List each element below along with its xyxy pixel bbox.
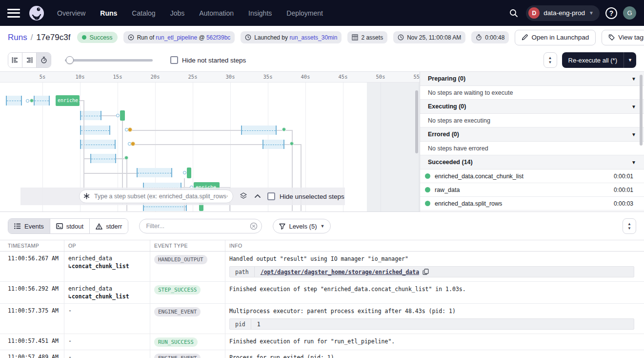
hide-unselected-checkbox[interactable] [267,192,275,200]
empty-state: No steps are executing [420,114,644,127]
step-list-item[interactable]: enriched_data.concat_chunk_list0:00:01 [420,169,644,183]
nav-item-catalog[interactable]: Catalog [132,9,155,17]
gantt-wait-box [262,140,284,149]
view-tags-config-button[interactable]: View tags and config [602,30,644,45]
open-in-launchpad-button[interactable]: Open in Launchpad [515,30,596,45]
gantt-after-run-shade [367,83,420,211]
hide-unselected-label: Hide unselected steps [280,193,344,200]
run-icon [128,34,134,41]
schedule-link[interactable]: run_assets_30min [289,34,337,41]
nav-item-insights[interactable]: Insights [248,9,272,17]
pencil-icon [522,34,528,41]
success-dot [425,187,430,192]
section-preparing[interactable]: Preparing (0)▼ [420,72,644,86]
nav-item-runs[interactable]: Runs [100,9,117,17]
gantt-wait-box [137,168,172,177]
chevron-up-icon: ▲ [548,56,552,60]
run-id: 17e79c3f [36,33,70,42]
step-list-item[interactable]: raw_data0:00:01 [420,183,644,197]
table-row[interactable]: 11:00:57.375 AM - ENGINE_EVENT Multiproc… [0,304,644,334]
event-type-badge: HANDLED_OUTPUT [154,255,207,264]
chevron-up-icon[interactable] [254,193,261,198]
table-row[interactable]: 11:00:57.489 AM - ENGINE_EVENT Process f… [0,350,644,358]
gantt-view-mode-toggle [8,52,51,68]
reexecute-dropdown-button[interactable]: ▼ [624,52,636,68]
nav-item-jobs[interactable]: Jobs [170,9,185,17]
user-avatar[interactable]: G [623,6,636,20]
chevron-down-icon: ▼ [631,132,636,137]
workspace-switcher[interactable]: D data-eng-prod ▼ [526,5,600,21]
flatten-view-button[interactable] [8,53,22,67]
zoom-slider-handle[interactable] [66,56,74,64]
hide-not-started-label: Hide not started steps [182,57,246,64]
step-subset-input[interactable] [79,190,233,203]
breadcrumb-runs-link[interactable]: Runs [8,33,27,42]
zoom-slider[interactable] [65,56,153,64]
run-of-tag[interactable]: Run of run_etl_pipeline @ 562f39bc [123,31,235,43]
gantt-step-bar[interactable] [187,168,191,178]
gantt-chart[interactable]: 5s 10s 15s 20s 25s 30s 35s 40s 45s 50s 5… [0,72,420,211]
zoom-slider-track[interactable] [65,59,153,62]
breadcrumb: Runs / 17e79c3f [8,33,70,42]
gantt-scrollbar[interactable] [415,90,418,153]
filter-input[interactable] [139,219,262,233]
log-toolbar: Events stdout stderr Levels (5) ▼ [0,212,644,240]
table-row[interactable]: 11:00:57.451 AM - RUN_SUCCESS Finished e… [0,334,644,350]
workspace-name: data-eng-prod [543,9,585,17]
gantt-wait-box [80,126,110,135]
event-type-badge: RUN_SUCCESS [154,337,198,347]
hamburger-menu-icon[interactable] [7,9,20,18]
chevron-down-icon: ▼ [589,10,594,16]
hide-not-started-checkbox[interactable] [170,56,178,64]
commit-link[interactable]: 562f39bc [206,34,230,41]
tag-icon [608,34,615,41]
clear-filter-icon[interactable] [250,222,258,230]
event-type-badge: STEP_SUCCESS [154,285,201,295]
timed-view-button[interactable] [37,53,51,67]
section-errored[interactable]: Errored (0)▼ [420,127,644,142]
section-succeeded[interactable]: Succeeded (14)▼ [420,155,644,169]
help-icon[interactable]: ? [605,7,617,19]
pipeline-link[interactable]: run_etl_pipeline [156,34,197,41]
chevron-up-icon: ▲ [627,222,631,226]
nav-item-deployment[interactable]: Deployment [286,9,323,17]
terminal-icon [56,223,63,229]
nav-item-overview[interactable]: Overview [57,9,85,17]
waterfall-view-button[interactable] [22,53,37,67]
tab-stdout[interactable]: stdout [50,219,90,233]
steps-panel: Preparing (0)▼ No steps are waiting to e… [420,72,644,211]
storage-path-link[interactable]: /opt/dagster/dagster_home/storage/enrich… [261,268,419,276]
reexecute-all-button[interactable]: Re-execute all (*) ▼ [562,52,636,68]
chevron-down-icon: ▼ [631,104,636,109]
assets-tag[interactable]: 2 assets [347,31,387,43]
layers-icon[interactable] [239,192,248,201]
filter-funnel-icon [279,223,285,230]
gantt-step-bar[interactable]: enriche. [56,95,80,106]
chevron-down-icon: ▼ [320,224,324,229]
event-log-table: TIMESTAMP OP EVENT TYPE INFO 11:00:56.26… [0,240,644,358]
gantt-toolbar: Hide not started steps ▲▼ Re-execute all… [0,49,644,72]
gantt-section: 5s 10s 15s 20s 25s 30s 35s 40s 45s 50s 5… [0,72,644,211]
copy-icon[interactable] [423,269,429,275]
start-time-tag[interactable]: Nov 25, 11:00:08 AM [393,31,465,43]
workspace-avatar: D [528,7,540,19]
gantt-step-bar[interactable] [120,110,125,121]
tab-events[interactable]: Events [8,219,50,233]
search-icon[interactable] [507,7,520,20]
levels-dropdown[interactable]: Levels (5) ▼ [273,219,331,233]
step-list-item[interactable]: enriched_data.split_rows0:00:03 [420,197,644,211]
step-selector-overlay: Hide unselected steps [20,188,345,205]
chevron-down-icon: ▼ [548,61,552,64]
panel-scrollbar[interactable] [640,75,643,146]
nav-item-automation[interactable]: Automation [199,9,234,17]
launched-by-tag[interactable]: Launched by run_assets_30min [241,31,342,43]
empty-state: No steps are waiting to execute [420,86,644,100]
expand-log-button[interactable]: ▲▼ [623,218,636,234]
assets-icon [352,34,358,41]
section-executing[interactable]: Executing (0)▼ [420,100,644,114]
duration-tag[interactable]: 0:00:48 [471,31,509,43]
table-row[interactable]: 11:00:56.292 AM enriched_data↳concat_chu… [0,282,644,304]
table-row[interactable]: 11:00:56.267 AM enriched_data↳concat_chu… [0,252,644,282]
expand-collapse-panel-button[interactable]: ▲▼ [543,52,557,68]
tab-stderr[interactable]: stderr [90,219,128,233]
